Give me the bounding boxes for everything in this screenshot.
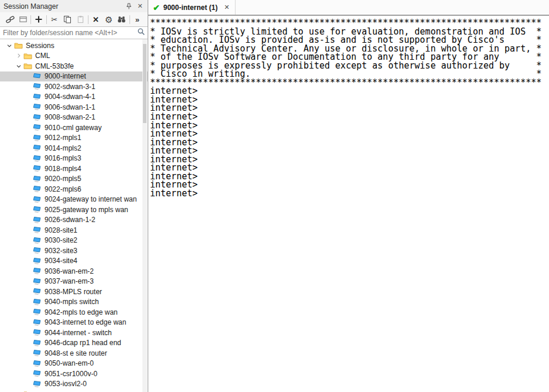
session-icon xyxy=(33,247,43,254)
chevron-expanded-icon[interactable] xyxy=(5,42,14,50)
tree-item-label: 9026-sdwan-1-2 xyxy=(45,216,96,224)
tree-session-9000-internet[interactable]: 9000-internet xyxy=(0,71,148,82)
session-icon xyxy=(33,103,43,111)
session-icon xyxy=(33,349,43,357)
tree-folder-CML[interactable]: CML xyxy=(0,51,148,62)
tree-session-9025-gateway-to-mpls-wan[interactable]: 9025-gateway to mpls wan xyxy=(0,204,148,215)
connect-icon[interactable] xyxy=(5,14,16,25)
tree-item-label: 9036-wan-em-2 xyxy=(45,267,94,275)
tree-session-9002-sdwan-3-1[interactable]: 9002-sdwan-3-1 xyxy=(0,81,148,92)
tree-session-9037-wan-em-3[interactable]: 9037-wan-em-3 xyxy=(0,277,148,287)
tree-session-9044-internet---switch[interactable]: 9044-internet - switch xyxy=(0,328,148,338)
tree-item-label: 9002-sdwan-3-1 xyxy=(45,83,96,91)
tree-session-9046-dcap-rp1-head-end[interactable]: 9046-dcap rp1 head end xyxy=(0,338,148,349)
tree-session-9043-internet-to-edge-wan[interactable]: 9043-internet to edge wan xyxy=(0,318,148,328)
pin-icon[interactable] xyxy=(124,2,134,11)
tree-item-label: 9044-internet - switch xyxy=(45,329,112,337)
copy-icon[interactable] xyxy=(62,14,73,25)
tree-folder-CML-53b3fe[interactable]: CML-53b3fe xyxy=(0,61,148,71)
folder-icon xyxy=(14,42,24,49)
tree-session-9006-sdwan-1-1[interactable]: 9006-sdwan-1-1 xyxy=(0,102,148,113)
tree-scrollbar[interactable] xyxy=(142,39,147,392)
session-icon xyxy=(33,185,43,193)
connect-in-tab-icon[interactable] xyxy=(18,14,29,25)
folder-icon xyxy=(23,62,33,70)
tree-folder-partial[interactable] xyxy=(0,389,148,392)
tree-session-9026-sdwan-1-2[interactable]: 9026-sdwan-1-2 xyxy=(0,215,148,226)
tree-session-9038-MPLS-router[interactable]: 9038-MPLS router xyxy=(0,287,148,297)
chevron-collapsed-icon[interactable] xyxy=(14,52,23,60)
toolbar-overflow-icon[interactable]: » xyxy=(132,14,143,25)
tree-session-9048-st-e-site-router[interactable]: 9048-st e site router xyxy=(0,348,148,359)
session-icon xyxy=(33,114,43,121)
session-tree: SessionsCMLCML-53b3fe9000-internet9002-s… xyxy=(0,39,148,392)
delete-x-icon[interactable]: ✕ xyxy=(90,14,101,25)
chevron-expanded-icon[interactable] xyxy=(14,62,23,70)
session-icon xyxy=(33,278,43,285)
tree-session-9053-iosvl2-0[interactable]: 9053-iosvl2-0 xyxy=(0,379,148,390)
tree-session-9036-wan-em-2[interactable]: 9036-wan-em-2 xyxy=(0,266,148,277)
tree-session-9008-sdwan-2-1[interactable]: 9008-sdwan-2-1 xyxy=(0,113,148,123)
terminal-output: ****************************************… xyxy=(150,19,549,197)
tree-item-label: 9004-sdwan-4-1 xyxy=(45,93,96,101)
tree-session-9018-mpls4[interactable]: 9018-mpls4 xyxy=(0,163,148,174)
new-session-plus-icon[interactable] xyxy=(33,14,45,25)
tree-session-9004-sdwan-4-1[interactable]: 9004-sdwan-4-1 xyxy=(0,92,148,103)
tree-session-9034-site4[interactable]: 9034-site4 xyxy=(0,256,148,267)
search-icon[interactable] xyxy=(137,28,145,38)
session-icon xyxy=(33,267,43,275)
tree-session-9030-site2[interactable]: 9030-site2 xyxy=(0,236,148,246)
terminal-area[interactable]: ****************************************… xyxy=(148,16,549,392)
tree-item-label: 9022-mpls6 xyxy=(45,185,81,193)
tree-item-label: CML xyxy=(35,52,50,60)
session-icon xyxy=(33,175,43,183)
tab-9000-internet[interactable]: ✔ 9000-internet (1) ✕ xyxy=(149,0,236,15)
tree-session-9040-mpls-switch[interactable]: 9040-mpls switch xyxy=(0,297,148,308)
toolbar-separator xyxy=(88,15,88,24)
session-icon xyxy=(33,124,43,131)
session-icon xyxy=(33,298,43,306)
session-icon xyxy=(33,319,43,326)
session-icon xyxy=(33,155,43,162)
tab-label: 9000-internet (1) xyxy=(163,4,218,12)
tree-session-9022-mpls6[interactable]: 9022-mpls6 xyxy=(0,184,148,195)
session-icon xyxy=(33,339,43,347)
session-filter-bar xyxy=(0,26,148,39)
tree-item-label: 9028-site1 xyxy=(45,226,77,234)
tree-item-label: 9040-mpls switch xyxy=(45,298,99,306)
session-icon xyxy=(33,257,43,265)
connected-check-icon: ✔ xyxy=(153,4,160,12)
session-manager-titlebar[interactable]: Session Manager ✕ xyxy=(0,0,148,12)
session-icon xyxy=(33,144,43,152)
session-icon xyxy=(33,206,43,213)
tree-session-9028-site1[interactable]: 9028-site1 xyxy=(0,225,148,236)
tree-session-9010-cml-gateway[interactable]: 9010-cml gateway xyxy=(0,122,148,133)
tree-session-9051-csr1000v-0[interactable]: 9051-csr1000v-0 xyxy=(0,369,148,379)
paste-icon[interactable] xyxy=(75,14,86,25)
tab-close-icon[interactable]: ✕ xyxy=(224,4,229,11)
tree-item-label: 9012-mpls1 xyxy=(45,134,81,142)
tree-item-label: 9014-mpls2 xyxy=(45,144,81,152)
tree-session-9014-mpls2[interactable]: 9014-mpls2 xyxy=(0,143,148,154)
tree-session-9032-site3[interactable]: 9032-site3 xyxy=(0,246,148,256)
tree-item-label: 9018-mpls4 xyxy=(45,165,81,173)
tree-session-9050-wan-em-0[interactable]: 9050-wan-em-0 xyxy=(0,359,148,369)
panel-close-icon[interactable]: ✕ xyxy=(135,2,145,11)
tree-folder-Sessions[interactable]: Sessions xyxy=(0,40,148,51)
filter-input[interactable] xyxy=(3,29,137,37)
cut-scissors-icon[interactable]: ✂ xyxy=(49,14,60,25)
tree-session-9016-mpls3[interactable]: 9016-mpls3 xyxy=(0,154,148,164)
tree-item-label: 9032-site3 xyxy=(45,247,77,255)
tree-item-label: CML-53b3fe xyxy=(35,62,74,70)
tree-scrollbar-thumb[interactable] xyxy=(143,44,146,123)
tree-session-9012-mpls1[interactable]: 9012-mpls1 xyxy=(0,133,148,144)
tree-session-9020-mpls5[interactable]: 9020-mpls5 xyxy=(0,174,148,185)
session-icon xyxy=(33,93,43,101)
tree-session-9042-mpls-to-edge-wan[interactable]: 9042-mpls to edge wan xyxy=(0,307,148,318)
tree-item-label: 9050-wan-em-0 xyxy=(45,359,94,367)
tree-item-label: 9037-wan-em-3 xyxy=(45,277,94,285)
properties-gear-icon[interactable]: ⚙ xyxy=(103,14,114,25)
tree-session-9024-gateway-to-internet-wan[interactable]: 9024-gateway to internet wan xyxy=(0,195,148,205)
find-binoculars-icon[interactable] xyxy=(116,14,127,25)
terminal-tabbar: ✔ 9000-internet (1) ✕ xyxy=(148,0,549,16)
